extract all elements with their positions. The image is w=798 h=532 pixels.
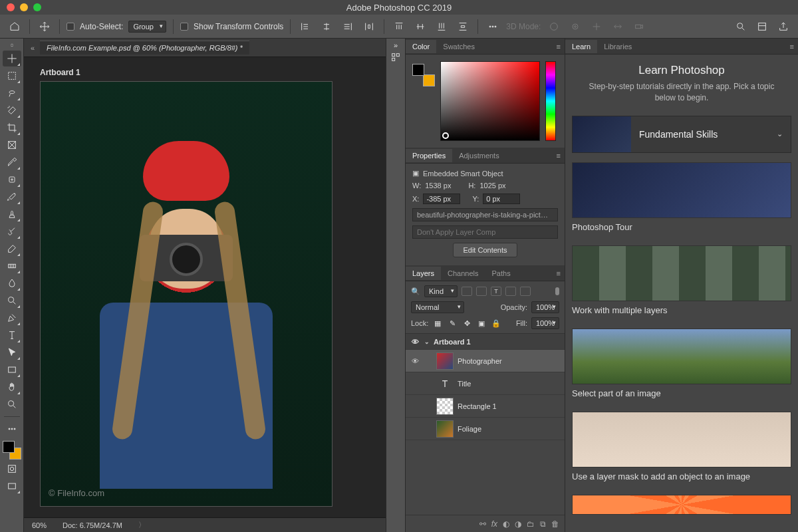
panel-menu-icon[interactable]: ≡ (553, 152, 565, 160)
lasso-tool[interactable] (3, 85, 21, 101)
mask-icon[interactable]: ◐ (503, 519, 509, 529)
layercomp-dropdown[interactable]: Don't Apply Layer Comp (412, 225, 558, 239)
layer-row[interactable]: 👁 Photographer (406, 350, 565, 372)
tab-learn[interactable]: Learn (565, 40, 597, 53)
filter-adjust-icon[interactable] (476, 287, 487, 296)
filter-shape-icon[interactable] (505, 287, 516, 296)
home-icon[interactable] (7, 19, 23, 35)
autoselect-checkbox[interactable] (66, 23, 74, 31)
link-layers-icon[interactable]: ⚯ (479, 519, 486, 529)
new-layer-icon[interactable]: ⧉ (540, 519, 546, 529)
opacity-input[interactable]: 100% (531, 301, 559, 313)
window-close[interactable] (7, 3, 15, 11)
hue-slider[interactable] (545, 61, 556, 141)
artboard-label[interactable]: Artboard 1 (40, 68, 370, 77)
filter-pixel-icon[interactable] (462, 287, 472, 296)
type-tool[interactable] (3, 327, 21, 343)
workspace-icon[interactable] (754, 19, 770, 35)
autoselect-dropdown[interactable]: Group (128, 21, 166, 33)
edit-contents-button[interactable]: Edit Contents (453, 243, 517, 257)
search-icon[interactable] (733, 19, 749, 35)
panel-menu-icon[interactable]: ≡ (786, 43, 798, 51)
history-brush-tool[interactable] (3, 223, 21, 239)
dodge-tool[interactable] (3, 293, 21, 309)
document-tab[interactable]: FileInfo.com Example.psd @ 60% (Photogra… (40, 41, 249, 55)
tutorial-card[interactable]: Work with multiple layers (572, 245, 791, 315)
lock-artboard-icon[interactable]: ▣ (476, 318, 487, 329)
align-bottom-icon[interactable] (434, 19, 450, 35)
screenmode-tool[interactable] (3, 478, 21, 494)
prop-x-input[interactable] (423, 194, 460, 204)
doc-size[interactable]: Doc: 6.75M/24.7M (63, 521, 122, 529)
window-minimize[interactable] (20, 3, 28, 11)
history-panel-icon[interactable] (388, 49, 404, 65)
distribute-v-icon[interactable] (455, 19, 471, 35)
brush-tool[interactable] (3, 189, 21, 205)
magic-wand-tool[interactable] (3, 102, 21, 118)
blend-mode-dropdown[interactable]: Normal (411, 301, 464, 313)
lock-all-icon[interactable]: 🔒 (491, 318, 501, 329)
layer-filter-dropdown[interactable]: Kind (424, 285, 458, 297)
tab-channels[interactable]: Channels (441, 267, 485, 280)
quickmask-tool[interactable] (3, 461, 21, 477)
frame-tool[interactable] (3, 137, 21, 153)
tutorial-card[interactable] (572, 495, 791, 515)
edit-toolbar-icon[interactable] (3, 421, 21, 437)
lock-pixels-icon[interactable]: ✎ (447, 318, 458, 329)
eraser-tool[interactable] (3, 241, 21, 257)
strip-expand-icon[interactable]: » (388, 41, 404, 49)
hand-tool[interactable] (3, 379, 21, 395)
align-right-icon[interactable] (340, 19, 356, 35)
move-tool-icon[interactable] (37, 19, 53, 35)
tab-adjustments[interactable]: Adjustments (452, 149, 506, 162)
fill-input[interactable]: 100% (531, 317, 559, 329)
tab-swatches[interactable]: Swatches (436, 40, 481, 53)
lock-transparency-icon[interactable]: ▦ (432, 318, 443, 329)
layer-row[interactable]: Foliage (406, 418, 565, 440)
color-fg-swatch[interactable] (412, 64, 424, 76)
foreground-swatch[interactable] (3, 441, 15, 453)
align-center-v-icon[interactable] (412, 19, 428, 35)
visibility-icon[interactable]: 👁 (410, 357, 420, 365)
align-center-h-icon[interactable] (319, 19, 334, 35)
window-zoom[interactable] (33, 3, 41, 11)
fx-icon[interactable]: fx (491, 519, 497, 529)
accordion-fundamental[interactable]: Fundamental Skills ⌄ (572, 116, 791, 153)
tab-layers[interactable]: Layers (406, 267, 441, 280)
zoom-tool[interactable] (3, 396, 21, 412)
delete-icon[interactable]: 🗑 (551, 519, 559, 529)
blur-tool[interactable] (3, 275, 21, 291)
visibility-icon[interactable]: 👁 (410, 338, 420, 346)
lock-position-icon[interactable]: ✥ (462, 318, 472, 329)
share-icon[interactable] (775, 19, 791, 35)
more-icon[interactable] (485, 19, 501, 35)
color-swatches[interactable] (3, 441, 21, 460)
zoom-level[interactable]: 60% (32, 521, 47, 529)
distribute-h-icon[interactable] (361, 19, 377, 35)
filter-type-icon[interactable]: T (491, 287, 501, 296)
eyedropper-tool[interactable] (3, 154, 21, 170)
tutorial-card[interactable]: Use a layer mask to add an object to an … (572, 412, 791, 481)
filter-toggle[interactable] (555, 287, 559, 295)
align-top-icon[interactable] (391, 19, 407, 35)
tutorial-card[interactable]: Photoshop Tour (572, 162, 791, 232)
layer-row-artboard[interactable]: 👁 ⌄ Artboard 1 (406, 334, 565, 350)
clone-stamp-tool[interactable] (3, 206, 21, 222)
tutorial-card[interactable]: Select part of an image (572, 329, 791, 398)
prop-y-input[interactable] (483, 194, 520, 204)
panel-menu-icon[interactable]: ≡ (553, 269, 565, 277)
healing-brush-tool[interactable] (3, 172, 21, 188)
color-bg-swatch[interactable] (423, 74, 435, 86)
tab-paths[interactable]: Paths (485, 267, 517, 280)
layer-row[interactable]: T Title (406, 372, 565, 395)
canvas[interactable]: © FileInfo.com (40, 81, 332, 507)
transform-checkbox[interactable] (180, 23, 188, 31)
panel-menu-icon[interactable]: ≡ (553, 43, 565, 51)
marquee-tool[interactable] (3, 68, 21, 84)
tools-collapse-icon[interactable] (4, 41, 20, 49)
tab-properties[interactable]: Properties (406, 149, 452, 162)
rectangle-tool[interactable] (3, 362, 21, 378)
crop-tool[interactable] (3, 120, 21, 136)
filter-smart-icon[interactable] (520, 287, 531, 296)
tab-libraries[interactable]: Libraries (597, 40, 638, 53)
